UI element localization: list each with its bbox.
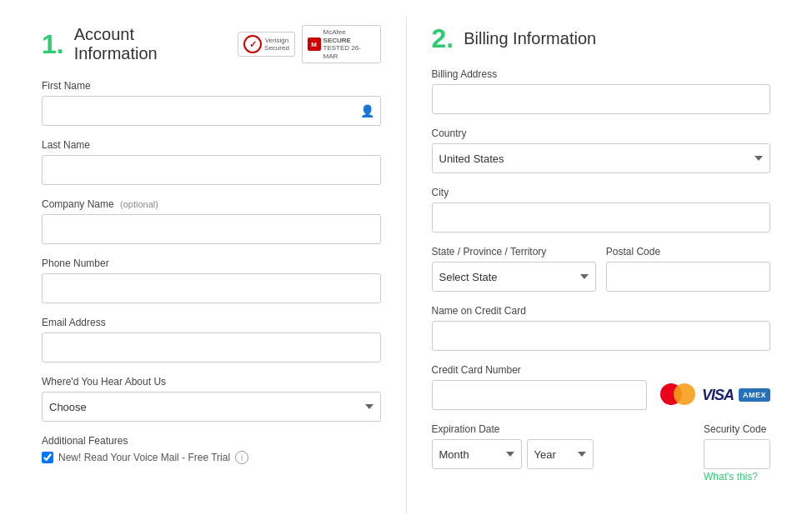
amex-logo: AMEX	[739, 388, 770, 402]
name-on-card-field: Name on Credit Card	[432, 305, 771, 351]
voicemail-label: New! Read Your Voice Mail - Free Trial	[58, 452, 230, 463]
first-name-input[interactable]	[42, 96, 381, 126]
account-section-header: 1. Account Information ✓ VerisignSecured…	[42, 25, 381, 63]
visa-logo: VISA	[702, 387, 734, 404]
phone-label: Phone Number	[42, 258, 381, 269]
billing-address-label: Billing Address	[432, 68, 771, 80]
credit-card-logos: VISA AMEX	[660, 383, 770, 407]
expiry-selects: Month 01 - January 02 - February 03 - Ma…	[432, 439, 688, 469]
country-field: Country United States Canada United King…	[432, 128, 771, 173]
mastercard-right-circle	[674, 383, 695, 405]
verisign-check-icon: ✓	[243, 35, 262, 53]
verisign-badge: ✓ VerisignSecured	[238, 32, 295, 57]
billing-address-field: Billing Address	[432, 68, 771, 114]
first-name-label: First Name	[42, 80, 381, 92]
postal-label: Postal Code	[606, 246, 770, 258]
last-name-label: Last Name	[42, 139, 381, 151]
billing-section-header: 2. Billing Information	[432, 25, 771, 52]
voicemail-feature: New! Read Your Voice Mail - Free Trial i	[42, 451, 381, 464]
phone-input[interactable]	[42, 273, 381, 303]
additional-features-section: Additional Features New! Read Your Voice…	[42, 435, 381, 464]
card-number-input[interactable]	[432, 380, 647, 410]
name-on-card-input[interactable]	[432, 321, 771, 351]
company-name-input[interactable]	[42, 214, 381, 244]
security-badges: ✓ VerisignSecured M McAfeeSECURETESTED 2…	[238, 25, 380, 63]
email-field: Email Address	[42, 317, 381, 362]
email-input[interactable]	[42, 332, 381, 362]
security-code-input[interactable]	[704, 439, 770, 469]
state-field: State / Province / Territory Select Stat…	[432, 246, 596, 292]
country-select[interactable]: United States Canada United Kingdom Aust…	[432, 143, 771, 173]
billing-section: 2. Billing Information Billing Address C…	[415, 17, 788, 513]
city-input[interactable]	[432, 202, 771, 232]
expiry-field: Expiration Date Month 01 - January 02 - …	[432, 423, 688, 469]
company-name-field: Company Name (optional)	[42, 198, 381, 244]
billing-step-number: 2.	[432, 25, 454, 52]
person-icon: 👤	[360, 104, 374, 118]
month-select[interactable]: Month 01 - January 02 - February 03 - Ma…	[432, 439, 522, 469]
state-label: State / Province / Territory	[432, 246, 596, 258]
expiry-security-row: Expiration Date Month 01 - January 02 - …	[432, 423, 771, 496]
account-section-title: Account Information	[74, 25, 221, 63]
verisign-text: VerisignSecured	[264, 37, 289, 52]
expiry-label: Expiration Date	[432, 423, 688, 435]
postal-field: Postal Code	[606, 246, 770, 292]
section-divider	[406, 17, 407, 513]
optional-label: (optional)	[120, 199, 158, 209]
year-select[interactable]: Year 2024 2025 2026 2027 2028 2029 2030	[527, 439, 594, 469]
billing-section-title: Billing Information	[464, 29, 596, 48]
hear-about-select[interactable]: Choose Google Friend / Colleague Social …	[42, 392, 381, 422]
name-on-card-label: Name on Credit Card	[432, 305, 771, 317]
additional-features-label: Additional Features	[42, 435, 381, 447]
first-name-field: First Name 👤	[42, 80, 381, 126]
country-label: Country	[432, 128, 771, 139]
security-code-label: Security Code	[704, 423, 770, 435]
hear-about-field: Where'd You Hear About Us Choose Google …	[42, 376, 381, 422]
account-step-number: 1.	[42, 31, 64, 58]
card-number-field: Credit Card Number VISA AMEX	[432, 364, 771, 410]
last-name-field: Last Name	[42, 139, 381, 185]
last-name-input[interactable]	[42, 155, 381, 185]
mcafee-text: McAfeeSECURETESTED 26-MAR	[323, 28, 375, 60]
mcafee-icon: M	[308, 38, 321, 51]
phone-field: Phone Number	[42, 258, 381, 303]
postal-input[interactable]	[606, 262, 770, 292]
city-label: City	[432, 187, 771, 198]
account-section: 1. Account Information ✓ VerisignSecured…	[25, 17, 398, 513]
billing-address-input[interactable]	[432, 84, 771, 114]
voicemail-checkbox[interactable]	[42, 452, 53, 463]
security-code-field: Security Code What's this?	[704, 423, 770, 482]
state-postal-row: State / Province / Territory Select Stat…	[432, 246, 771, 305]
mcafee-badge: M McAfeeSECURETESTED 26-MAR	[302, 25, 381, 63]
city-field: City	[432, 187, 771, 232]
mastercard-logo	[660, 383, 697, 407]
company-name-label: Company Name (optional)	[42, 198, 381, 210]
card-input-wrapper	[432, 380, 647, 410]
hear-about-label: Where'd You Hear About Us	[42, 376, 381, 388]
card-number-label: Credit Card Number	[432, 364, 771, 376]
credit-card-row: VISA AMEX	[432, 380, 771, 410]
state-select[interactable]: Select State Alabama Alaska California N…	[432, 262, 596, 292]
first-name-input-wrapper: 👤	[42, 96, 381, 126]
whats-this-link[interactable]: What's this?	[704, 471, 770, 482]
info-icon[interactable]: i	[235, 451, 248, 464]
email-label: Email Address	[42, 317, 381, 328]
